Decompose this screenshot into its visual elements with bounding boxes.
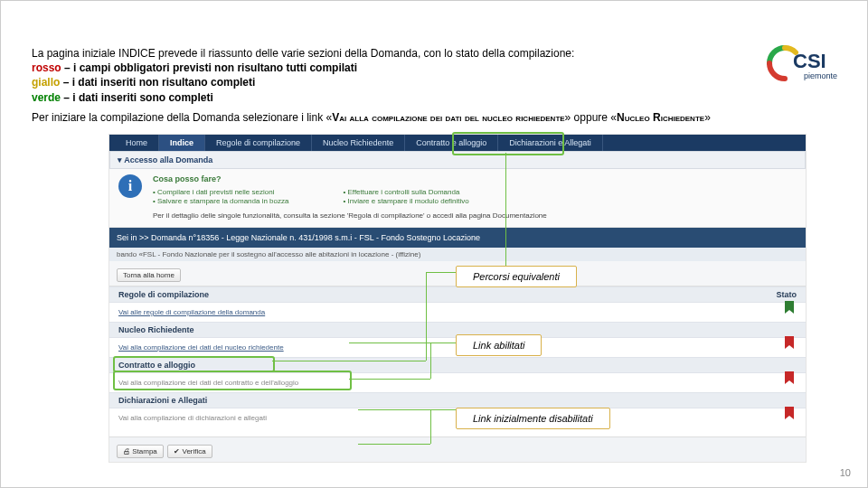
context-bar: Sei in >> Domanda n°18356 - Legge Nazion…	[109, 228, 806, 248]
stampa-button[interactable]: 🖨 Stampa	[117, 445, 164, 458]
nav-indice[interactable]: Indice	[159, 135, 205, 151]
page-number: 10	[840, 467, 851, 478]
bookmark-icon	[784, 301, 795, 315]
callout-percorsi: Percorsi equivalenti	[456, 266, 577, 287]
bookmark-icon	[784, 407, 795, 421]
nav-home[interactable]: Home	[115, 135, 159, 151]
info-question: Cosa posso fare?	[153, 174, 797, 185]
instruction-block: La pagina iniziale INDICE prevede il ria…	[32, 46, 804, 125]
bookmark-icon	[784, 371, 795, 386]
callout-abilitati: Link abilitati	[456, 334, 542, 356]
info-icon: i	[118, 174, 142, 198]
nav-nucleo[interactable]: Nucleo Richiedente	[312, 135, 405, 151]
nav-regole[interactable]: Regole di compilazione	[205, 135, 312, 151]
verifica-button[interactable]: ✔ Verifica	[167, 445, 212, 458]
info-detail: Per il dettaglio delle singole funzional…	[153, 211, 797, 221]
nav-contratto[interactable]: Contratto e alloggio	[405, 135, 498, 151]
link-contratto: Vai alla compilazione dei dati del contr…	[118, 379, 298, 387]
link-nucleo[interactable]: Vai alla compilazione dei dati del nucle…	[118, 343, 284, 352]
access-band: ▾ Accesso alla Domanda	[109, 151, 806, 169]
callout-disabilitati: Link inizialmente disabilitati	[456, 408, 610, 429]
svg-text:piemonte: piemonte	[804, 71, 837, 80]
info-row: i Cosa posso fare? • Compilare i dati pr…	[109, 169, 806, 228]
group-regole: Regole di compilazione	[109, 286, 806, 303]
context-sub: bando «FSL - Fondo Nazionale per il sost…	[109, 248, 806, 261]
group-contratto: Contratto e alloggio	[109, 357, 806, 373]
torna-home-button[interactable]: Torna alla home	[117, 268, 181, 282]
top-nav: Home Indice Regole di compilazione Nucle…	[109, 135, 806, 151]
csi-logo: CSI piemonte	[766, 44, 842, 82]
nav-dichiarazioni[interactable]: Dichiarazioni e Allegati	[498, 135, 603, 151]
index-list: Regole di compilazione Vai alle regole d…	[109, 286, 806, 427]
svg-text:CSI: CSI	[793, 50, 826, 72]
bookmark-icon	[784, 336, 795, 351]
link-regole[interactable]: Vai alle regole di compilazione della do…	[118, 308, 265, 316]
group-dich: Dichiarazioni e Allegati	[109, 392, 806, 408]
link-dich: Vai alla compilazione di dichiarazioni e…	[118, 414, 267, 422]
